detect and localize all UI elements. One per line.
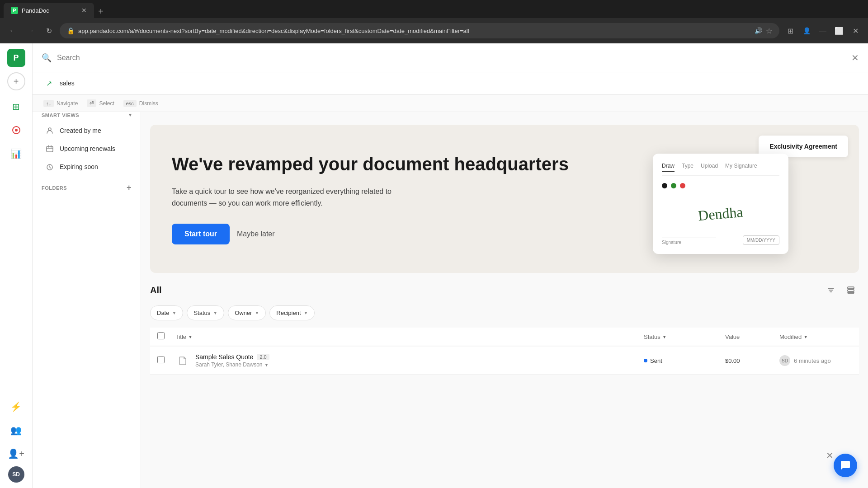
- view-toggle-button[interactable]: [843, 282, 859, 298]
- search-result-item[interactable]: ↗ sales: [141, 72, 868, 94]
- reader-mode-icon: 🔊: [755, 27, 762, 34]
- welcome-banner: We've revamped your document headquarter…: [150, 125, 859, 273]
- document-subtitle: Sarah Tyler, Shane Dawson ▼: [195, 361, 644, 368]
- green-dot[interactable]: [671, 183, 676, 188]
- refresh-button[interactable]: ↻: [42, 23, 56, 38]
- browser-nav-icons: ⊞ 👤 — ⬜ ✕: [783, 23, 863, 38]
- banner-title: We've revamped your document headquarter…: [172, 153, 611, 175]
- smart-views-section: SMART VIEWS ▾ Created by me: [33, 108, 141, 176]
- upcoming-renewals-label: Upcoming renewals: [60, 145, 115, 152]
- active-tab[interactable]: P PandaDoc ✕: [4, 3, 94, 18]
- signature-preview: Dendha: [698, 203, 744, 224]
- search-close-button[interactable]: ✕: [851, 52, 859, 63]
- docs-toolbar: [823, 282, 859, 298]
- extensions-icon[interactable]: ⊞: [783, 23, 797, 38]
- recipient-filter-button[interactable]: Recipient ▼: [269, 305, 315, 320]
- sidebar-item-upcoming-renewals[interactable]: Upcoming renewals: [36, 140, 137, 158]
- sort-button[interactable]: [823, 282, 839, 298]
- calendar-icon: [45, 144, 54, 153]
- create-new-button[interactable]: +: [7, 72, 25, 90]
- color-dots: [662, 183, 779, 188]
- type-tab[interactable]: Type: [682, 163, 693, 172]
- sidebar-item-created-by-me[interactable]: Created by me: [36, 122, 137, 140]
- table-row[interactable]: Sample Sales Quote 2.0 Sarah Tyler, Shan…: [150, 347, 859, 375]
- add-tab-button[interactable]: +: [94, 5, 108, 18]
- search-shortcuts-bar: ↑↓ Navigate ⏎ Select esc Dismiss: [141, 94, 868, 112]
- row-checkbox-container: [157, 356, 175, 365]
- red-dot[interactable]: [680, 183, 685, 188]
- clock-icon: [45, 162, 54, 171]
- window-restore-button[interactable]: ⬜: [832, 23, 846, 38]
- main-content: 🔍 ✕ ↗ sales ↑↓ Navigate ⏎ Select esc: [141, 43, 868, 488]
- value-column-header: Value: [725, 333, 779, 340]
- profile-icon[interactable]: 👤: [799, 23, 814, 38]
- lightning-icon[interactable]: ⚡: [5, 396, 27, 418]
- signature-canvas[interactable]: Dendha: [662, 196, 779, 232]
- owner-filter-arrow: ▼: [255, 310, 259, 315]
- maybe-later-button[interactable]: Maybe later: [237, 230, 275, 238]
- window-close-button[interactable]: ✕: [848, 23, 863, 38]
- sidebar-item-expiring-soon[interactable]: Expiring soon: [36, 158, 137, 176]
- chevron-down-icon[interactable]: ▼: [264, 362, 269, 367]
- svg-rect-6: [848, 287, 854, 289]
- draw-tab[interactable]: Draw: [662, 163, 675, 172]
- add-user-icon[interactable]: 👤+: [5, 443, 27, 465]
- signature-tabs: Draw Type Upload My Signature: [662, 163, 779, 176]
- tab-close-button[interactable]: ✕: [81, 7, 87, 14]
- owner-filter-button[interactable]: Owner ▼: [228, 305, 266, 320]
- title-column-label: Title: [175, 333, 186, 340]
- status-text: Sent: [650, 357, 662, 364]
- version-badge: 2.0: [257, 354, 269, 360]
- pandadoc-logo[interactable]: P: [7, 49, 25, 67]
- url-bar[interactable]: 🔒 app.pandadoc.com/a/#/documents-next?so…: [60, 23, 779, 38]
- analytics-icon[interactable]: 📊: [5, 143, 27, 164]
- select-all-checkbox-header: [157, 332, 175, 341]
- activity-icon[interactable]: [5, 119, 27, 141]
- status-filter-label: Status: [193, 310, 210, 316]
- document-icon: [175, 353, 190, 368]
- date-field[interactable]: MM/DD/YYYY: [743, 235, 779, 245]
- banner-actions: Start tour Maybe later: [172, 224, 611, 244]
- row-select-checkbox[interactable]: [157, 356, 165, 363]
- title-column-header[interactable]: Title ▼: [175, 333, 644, 340]
- window-minimize-button[interactable]: —: [816, 23, 830, 38]
- smart-views-label: SMART VIEWS: [42, 113, 79, 118]
- team-icon[interactable]: 👥: [5, 419, 27, 441]
- chat-widget-button[interactable]: [834, 454, 857, 477]
- documents-icon[interactable]: ⊞: [5, 96, 27, 117]
- search-input[interactable]: [141, 54, 846, 62]
- expiring-soon-label: Expiring soon: [60, 163, 98, 170]
- recipient-filter-arrow: ▼: [304, 310, 308, 315]
- my-signature-tab[interactable]: My Signature: [725, 163, 757, 172]
- upload-tab[interactable]: Upload: [701, 163, 718, 172]
- folders-header: FOLDERS +: [33, 179, 141, 196]
- status-filter-arrow: ▼: [213, 310, 217, 315]
- date-filter-button[interactable]: Date ▼: [150, 305, 183, 320]
- icon-rail: P + ⊞ 📊 ⚡ 👥 👤+ SD: [0, 43, 33, 488]
- status-column-label: Status: [644, 333, 660, 340]
- svg-rect-8: [848, 292, 854, 293]
- tab-favicon: P: [11, 7, 18, 14]
- status-column-header[interactable]: Status ▼: [644, 333, 725, 340]
- folders-label: FOLDERS: [42, 185, 67, 191]
- dismiss-shortcut: esc Dismiss: [141, 100, 158, 107]
- black-dot[interactable]: [662, 183, 667, 188]
- chat-close-button[interactable]: ✕: [826, 450, 834, 461]
- banner-image: Exclusivity Agreement Draw Type Upload M…: [633, 125, 859, 273]
- signature-modal: Draw Type Upload My Signature Dendha: [653, 154, 788, 254]
- select-all-checkbox[interactable]: [157, 332, 165, 339]
- avatar[interactable]: SD: [8, 466, 24, 483]
- collapse-smart-views-button[interactable]: ▾: [129, 112, 132, 118]
- lock-icon: 🔒: [67, 27, 75, 34]
- start-tour-button[interactable]: Start tour: [172, 224, 230, 244]
- svg-rect-7: [848, 290, 854, 291]
- bookmark-icon[interactable]: ☆: [766, 27, 772, 35]
- back-button[interactable]: ←: [5, 23, 20, 38]
- modified-column-header[interactable]: Modified ▼: [779, 333, 852, 340]
- forward-button[interactable]: →: [24, 23, 38, 38]
- table-header: Title ▼ Status ▼ Value Modified ▼: [150, 328, 859, 346]
- document-value: $0.00: [725, 357, 779, 364]
- docs-section-title: All: [150, 285, 162, 296]
- status-filter-button[interactable]: Status ▼: [187, 305, 224, 320]
- add-folder-button[interactable]: +: [127, 183, 132, 192]
